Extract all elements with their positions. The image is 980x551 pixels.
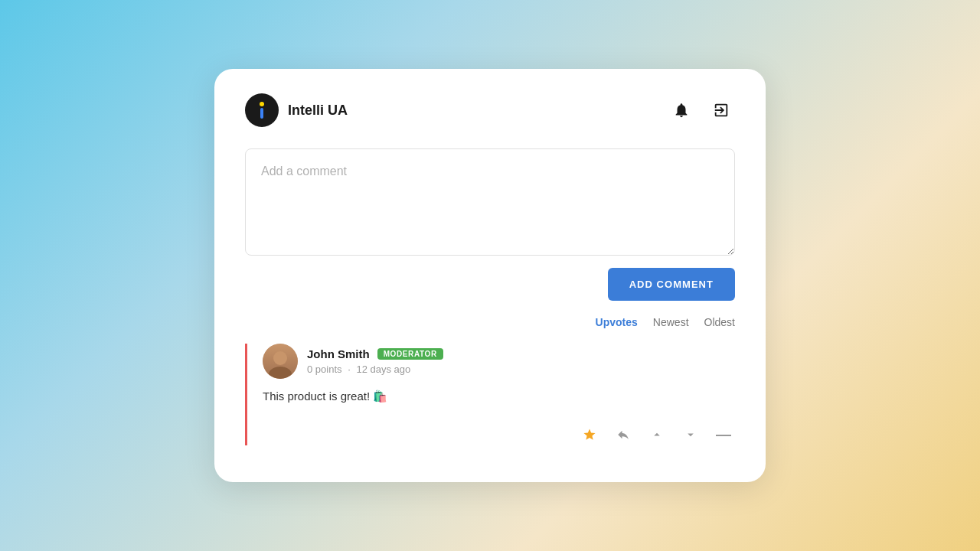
header-icons <box>668 96 735 124</box>
meta-separator: · <box>348 364 351 375</box>
logo-dot <box>260 102 264 106</box>
user-name: John Smith <box>307 347 370 360</box>
comment-points: 0 points <box>307 364 342 375</box>
logout-button[interactable] <box>707 96 735 124</box>
comment-meta: 0 points · 12 days ago <box>307 364 443 375</box>
logo-icon <box>260 102 264 119</box>
notification-button[interactable] <box>668 96 695 124</box>
reply-button[interactable] <box>612 424 634 445</box>
moderator-badge: MODERATOR <box>377 348 443 360</box>
comment-actions: — <box>263 424 735 445</box>
comment-time: 12 days ago <box>356 364 410 375</box>
user-name-row: John Smith MODERATOR <box>307 347 443 360</box>
main-card: Intelli UA ADD COMMENT Upvotes Newest Ol… <box>214 69 766 482</box>
app-header: Intelli UA <box>245 93 735 127</box>
comment-user-info: John Smith MODERATOR 0 points · 12 days … <box>307 347 443 375</box>
sort-upvotes[interactable]: Upvotes <box>596 316 638 328</box>
logo-stem <box>260 108 263 119</box>
add-comment-button[interactable]: ADD COMMENT <box>608 268 735 301</box>
avatar <box>263 344 298 379</box>
comment-header: John Smith MODERATOR 0 points · 12 days … <box>263 344 735 379</box>
upvote-button[interactable] <box>646 424 668 445</box>
app-name: Intelli UA <box>288 103 348 119</box>
header-left: Intelli UA <box>245 93 348 127</box>
sort-bar: Upvotes Newest Oldest <box>245 316 735 328</box>
avatar-face <box>263 344 298 379</box>
downvote-button[interactable] <box>680 424 701 445</box>
star-button[interactable] <box>579 424 600 445</box>
comment-block: John Smith MODERATOR 0 points · 12 days … <box>245 344 735 445</box>
button-row: ADD COMMENT <box>245 268 735 301</box>
comment-text: This product is great! 🛍️ <box>263 388 735 406</box>
app-logo <box>245 93 279 127</box>
comment-input[interactable] <box>245 148 735 256</box>
sort-newest[interactable]: Newest <box>653 316 689 328</box>
sort-oldest[interactable]: Oldest <box>704 316 735 328</box>
more-button[interactable]: — <box>714 424 735 445</box>
